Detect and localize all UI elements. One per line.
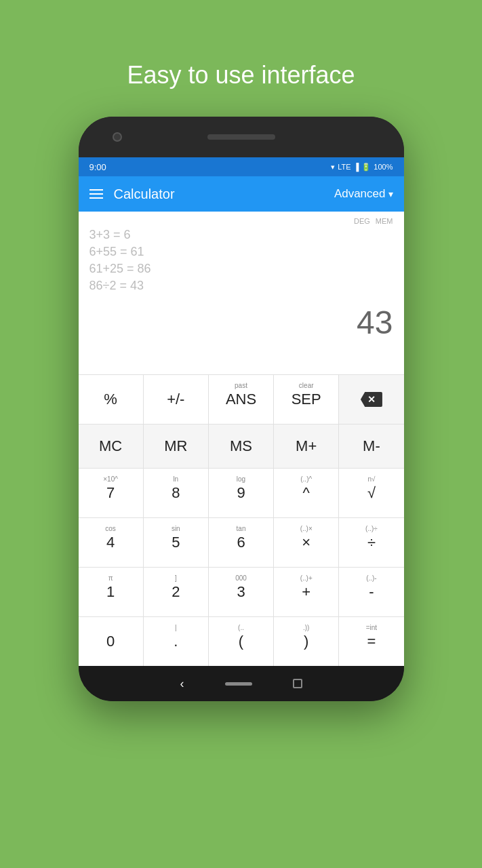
key-5[interactable]: sin 5 xyxy=(144,518,209,567)
app-bar-left: Calculator xyxy=(89,186,175,202)
key-7[interactable]: ×10^ 7 xyxy=(79,469,144,517)
keypad-row-4: cos 4 sin 5 tan 6 (..)× × (..)÷ ÷ xyxy=(79,518,404,568)
status-icons: ▾ LTE ▐ 🔋 100% xyxy=(331,163,393,172)
key-2[interactable]: ] 2 xyxy=(144,568,209,616)
dropdown-arrow-icon: ▾ xyxy=(388,189,393,199)
hamburger-line-1 xyxy=(89,189,103,191)
battery-level: 100% xyxy=(374,163,393,171)
keypad-row-6: 0 | . (.. ( .)) ) =int = xyxy=(79,617,404,666)
key-8[interactable]: ln 8 xyxy=(144,469,209,517)
nav-back-button[interactable]: ‹ xyxy=(180,677,184,691)
app-bar: Calculator Advanced ▾ xyxy=(79,176,404,212)
key-6[interactable]: tan 6 xyxy=(209,518,274,567)
mem-label: MEM xyxy=(376,217,393,225)
backspace-x: ✕ xyxy=(367,394,376,405)
page-title: Easy to use interface xyxy=(127,61,355,90)
key-decimal[interactable]: | . xyxy=(144,617,209,666)
key-equals[interactable]: =int = xyxy=(339,617,403,666)
status-bar: 9:00 ▾ LTE ▐ 🔋 100% xyxy=(79,157,404,176)
key-backspace[interactable]: ✕ xyxy=(339,375,403,424)
wifi-icon: ▾ xyxy=(331,163,335,172)
menu-button[interactable] xyxy=(89,189,103,199)
key-divide[interactable]: (..)÷ ÷ xyxy=(339,518,403,567)
history-line-1: 3+3 = 6 xyxy=(89,228,393,242)
key-minus[interactable]: (..)- - xyxy=(339,568,403,616)
app-title: Calculator xyxy=(114,186,175,202)
key-multiply[interactable]: (..)× × xyxy=(274,518,339,567)
key-mminus[interactable]: M- xyxy=(339,425,403,468)
history-line-2: 6+55 = 61 xyxy=(89,245,393,259)
key-ans[interactable]: past ANS xyxy=(209,375,274,424)
nav-home-button[interactable] xyxy=(225,682,252,686)
keypad-row-5: π 1 ] 2 000 3 (..)+ + (..)- - xyxy=(79,568,404,617)
key-close-paren[interactable]: .)) ) xyxy=(274,617,339,666)
phone-top-bezel xyxy=(79,117,404,157)
phone-device: 9:00 ▾ LTE ▐ 🔋 100% Calculator xyxy=(79,117,404,701)
key-3[interactable]: 000 3 xyxy=(209,568,274,616)
phone-frame: 9:00 ▾ LTE ▐ 🔋 100% Calculator xyxy=(79,117,404,701)
keypad-row-1: % +/- past ANS clear SEP ✕ xyxy=(79,375,404,425)
keypad-row-3: ×10^ 7 ln 8 log 9 (..)^ ^ n√ √ xyxy=(79,469,404,518)
phone-speaker xyxy=(207,134,275,140)
keypad: % +/- past ANS clear SEP ✕ xyxy=(79,375,404,666)
key-sqrt[interactable]: n√ √ xyxy=(339,469,403,517)
key-0[interactable]: 0 xyxy=(79,617,144,666)
phone-bottom-nav: ‹ xyxy=(79,666,404,701)
deg-mem-row: DEG MEM xyxy=(89,217,393,225)
key-plusminus[interactable]: +/- xyxy=(144,375,209,424)
key-mr[interactable]: MR xyxy=(144,425,209,468)
nav-recents-button[interactable] xyxy=(293,679,302,688)
key-ms[interactable]: MS xyxy=(209,425,274,468)
advanced-label: Advanced xyxy=(334,187,386,201)
status-time: 9:00 xyxy=(89,162,106,172)
current-result: 43 xyxy=(89,298,393,344)
lte-label: LTE xyxy=(338,163,350,171)
key-mplus[interactable]: M+ xyxy=(274,425,339,468)
key-open-paren[interactable]: (.. ( xyxy=(209,617,274,666)
history-lines: 3+3 = 6 6+55 = 61 61+25 = 86 86÷2 = 43 xyxy=(89,228,393,293)
advanced-dropdown[interactable]: Advanced ▾ xyxy=(334,187,393,201)
key-sep[interactable]: clear SEP xyxy=(274,375,339,424)
battery-icon: 🔋 xyxy=(361,163,371,172)
key-percent[interactable]: % xyxy=(79,375,144,424)
keypad-row-2: MC MR MS M+ M- xyxy=(79,425,404,469)
key-power[interactable]: (..)^ ^ xyxy=(274,469,339,517)
hamburger-line-3 xyxy=(89,197,103,199)
history-line-3: 61+25 = 86 xyxy=(89,262,393,276)
key-4[interactable]: cos 4 xyxy=(79,518,144,567)
key-mc[interactable]: MC xyxy=(79,425,144,468)
phone-camera xyxy=(113,132,122,142)
key-plus[interactable]: (..)+ + xyxy=(274,568,339,616)
hamburger-line-2 xyxy=(89,193,103,195)
key-9[interactable]: log 9 xyxy=(209,469,274,517)
backspace-icon: ✕ xyxy=(361,392,382,407)
signal-icon: ▐ xyxy=(354,163,359,171)
key-1[interactable]: π 1 xyxy=(79,568,144,616)
display-area: DEG MEM 3+3 = 6 6+55 = 61 61+25 = 86 86÷… xyxy=(79,212,404,374)
history-line-4: 86÷2 = 43 xyxy=(89,279,393,293)
deg-label: DEG xyxy=(354,217,370,225)
